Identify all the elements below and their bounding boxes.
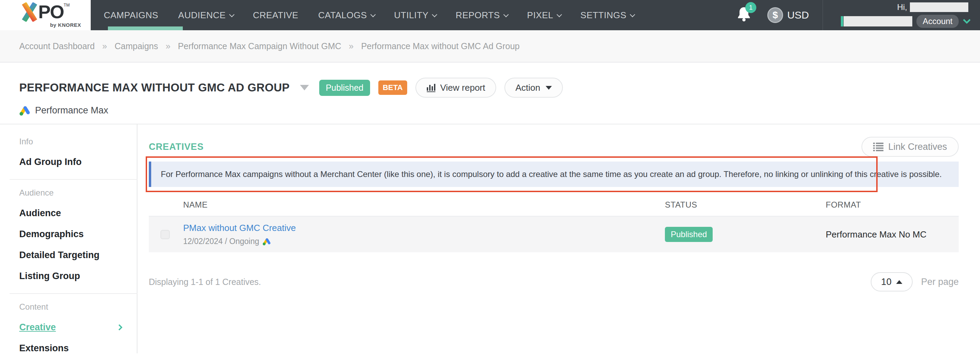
breadcrumb-separator: »: [102, 41, 107, 51]
caret-up-icon: [896, 280, 902, 284]
sidebar-section-info: Info: [19, 137, 137, 147]
chevron-down-icon: [371, 12, 376, 17]
table-header-row: NAME STATUS FORMAT: [149, 200, 959, 216]
xpo-tm-mark: TM: [64, 3, 69, 7]
creative-date-range: 12/02/2024 / Ongoing: [183, 237, 259, 246]
dollar-coin-icon: $: [767, 7, 783, 23]
account-row: Account: [843, 15, 968, 28]
table-row: PMax without GMC Creative 12/02/2024 / O…: [149, 216, 959, 252]
per-page-selector[interactable]: 10: [871, 272, 913, 292]
nav-item-catalogs[interactable]: CATALOGS: [318, 0, 374, 30]
info-alert: For Performance Max campaigns without a …: [149, 161, 959, 187]
chevron-down-icon[interactable]: [963, 16, 971, 24]
chevron-down-icon: [503, 12, 509, 17]
per-page-label: Per page: [921, 277, 959, 287]
column-header-format[interactable]: FORMAT: [826, 200, 959, 216]
checkbox-column-header: [149, 200, 183, 216]
row-status-badge: Published: [665, 227, 713, 242]
campaign-type-label: Performance Max: [35, 105, 108, 116]
page-title: PERFORMANCE MAX WITHOUT GMC AD GROUP: [19, 81, 290, 94]
sidebar-section-audience: Audience: [19, 188, 137, 198]
xpo-logo[interactable]: PO TM by KNOREX: [0, 0, 91, 30]
sidebar-item-creative-label: Creative: [19, 322, 56, 333]
column-header-status[interactable]: STATUS: [665, 200, 826, 216]
breadcrumb-separator: »: [165, 41, 170, 51]
action-label: Action: [515, 83, 540, 93]
per-page-group: 10 Per page: [871, 272, 959, 292]
column-header-name[interactable]: NAME: [183, 200, 665, 216]
account-menu[interactable]: Hi, Account: [823, 2, 980, 28]
title-dropdown-icon[interactable]: [300, 85, 309, 90]
greeting-text: Hi,: [897, 2, 907, 12]
xpo-x-icon: [21, 2, 38, 22]
nav-menu: CAMPAIGNS AUDIENCE CREATIVE CATALOGS UTI…: [91, 0, 634, 30]
breadcrumb-account-dashboard[interactable]: Account Dashboard: [19, 41, 95, 51]
title-row: PERFORMANCE MAX WITHOUT GMC AD GROUP Pub…: [19, 78, 980, 97]
creatives-table: NAME STATUS FORMAT PMax without GMC Crea…: [149, 200, 959, 252]
chevron-right-icon: [116, 324, 123, 330]
xpo-logo-text: PO: [38, 2, 64, 21]
breadcrumb-separator: »: [349, 41, 353, 51]
sidebar-item-demographics[interactable]: Demographics: [19, 229, 137, 239]
bar-chart-icon: [426, 83, 436, 92]
list-icon: [873, 142, 883, 151]
breadcrumb: Account Dashboard » Campaigns » Performa…: [0, 30, 980, 62]
row-checkbox[interactable]: [161, 230, 170, 239]
link-creatives-button[interactable]: Link Creatives: [861, 137, 959, 157]
currency-code: USD: [787, 9, 809, 21]
chevron-down-icon: [432, 12, 438, 17]
google-ads-icon: [262, 238, 271, 246]
breadcrumb-campaign[interactable]: Performance Max Campaign Without GMC: [178, 41, 341, 51]
user-name-redacted: [910, 2, 968, 12]
greeting-row: Hi,: [897, 2, 968, 12]
notifications-button[interactable]: 1: [737, 6, 751, 24]
row-format: Performance Max No MC: [826, 229, 926, 239]
nav-item-creative[interactable]: CREATIVE: [253, 0, 298, 30]
chevron-down-icon: [229, 12, 235, 17]
nav-item-settings[interactable]: SETTINGS: [581, 0, 634, 30]
nav-item-reports[interactable]: REPORTS: [456, 0, 507, 30]
sidebar-item-listing-group[interactable]: Listing Group: [19, 271, 137, 281]
google-ads-icon: [19, 105, 30, 116]
campaign-type-row: Performance Max: [19, 105, 980, 116]
per-page-value: 10: [881, 277, 891, 287]
table-footer: Displaying 1-1 of 1 Creatives. 10 Per pa…: [149, 272, 959, 292]
results-summary: Displaying 1-1 of 1 Creatives.: [149, 277, 261, 287]
view-report-button[interactable]: View report: [415, 78, 496, 97]
account-name-redacted: [843, 16, 912, 27]
account-badge: Account: [916, 15, 959, 28]
xpo-byline: by KNOREX: [50, 22, 81, 28]
view-report-label: View report: [440, 83, 485, 93]
main-panel: CREATIVES Link Creatives For Performance…: [137, 124, 980, 353]
sidebar: Info Ad Group Info Audience Audience Dem…: [0, 124, 137, 353]
sidebar-divider: [10, 179, 137, 180]
nav-item-utility[interactable]: UTILITY: [394, 0, 436, 30]
status-badge: Published: [319, 80, 370, 96]
breadcrumb-ad-group: Performance Max without GMC Ad Group: [361, 41, 520, 51]
nav-item-pixel[interactable]: PIXEL: [527, 0, 560, 30]
beta-badge: BETA: [378, 80, 407, 95]
chevron-down-icon: [630, 12, 635, 17]
currency-selector[interactable]: $ USD: [767, 7, 809, 23]
breadcrumb-campaigns[interactable]: Campaigns: [115, 41, 158, 51]
creative-date-row: 12/02/2024 / Ongoing: [183, 237, 665, 246]
content-area: Info Ad Group Info Audience Audience Dem…: [0, 124, 980, 353]
sidebar-section-content: Content: [19, 302, 137, 312]
sidebar-item-creative[interactable]: Creative: [19, 322, 137, 333]
nav-item-audience[interactable]: AUDIENCE: [178, 0, 233, 30]
creative-name-link[interactable]: PMax without GMC Creative: [183, 223, 296, 233]
creatives-header: CREATIVES Link Creatives: [149, 137, 959, 157]
link-creatives-label: Link Creatives: [888, 142, 947, 152]
top-navigation: PO TM by KNOREX CAMPAIGNS AUDIENCE CREAT…: [0, 0, 980, 30]
sidebar-divider: [10, 293, 137, 294]
section-title: CREATIVES: [149, 142, 204, 152]
nav-item-campaigns[interactable]: CAMPAIGNS: [104, 0, 158, 30]
nav-right-cluster: 1 $ USD Hi, Account: [737, 0, 980, 30]
action-button[interactable]: Action: [504, 78, 563, 97]
sidebar-item-ad-group-info[interactable]: Ad Group Info: [19, 157, 137, 167]
sidebar-item-audience[interactable]: Audience: [19, 208, 137, 218]
sidebar-item-extensions[interactable]: Extensions: [19, 343, 137, 354]
notification-count-badge: 1: [745, 2, 756, 13]
sidebar-item-detailed-targeting[interactable]: Detailed Targeting: [19, 250, 137, 260]
chevron-down-icon: [557, 12, 562, 17]
